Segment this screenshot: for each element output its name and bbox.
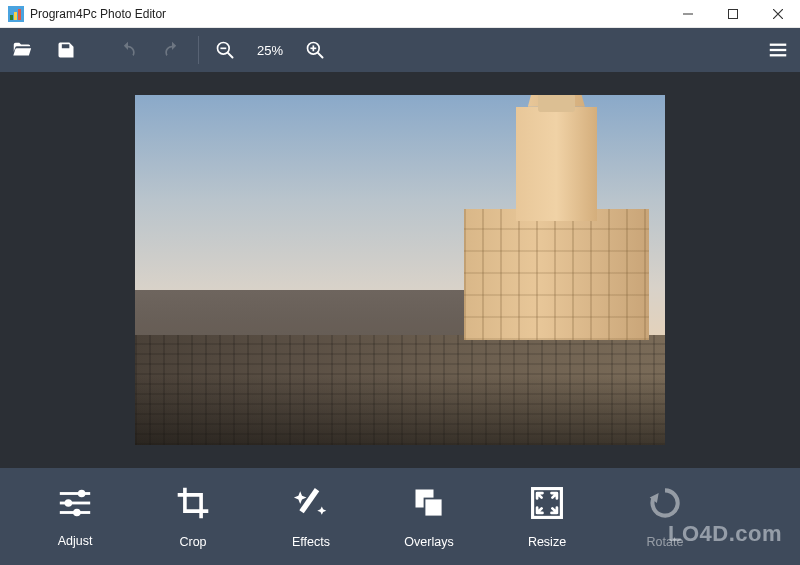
action-rotate[interactable]: Rotate [606,485,724,549]
titlebar: Program4Pc Photo Editor [0,0,800,28]
action-label: Rotate [647,535,684,549]
resize-icon [529,485,565,525]
action-label: Resize [528,535,566,549]
action-effects[interactable]: Effects [252,485,370,549]
save-button[interactable] [44,28,88,72]
action-resize[interactable]: Resize [488,485,606,549]
maximize-button[interactable] [710,0,755,28]
svg-rect-13 [770,44,787,46]
close-button[interactable] [755,0,800,28]
svg-rect-14 [770,49,787,51]
hamburger-menu-button[interactable] [756,28,800,72]
action-overlays[interactable]: Overlays [370,485,488,549]
rotate-icon [647,485,683,525]
photo-canvas[interactable] [135,95,665,445]
svg-point-21 [73,508,81,516]
action-label: Crop [179,535,206,549]
top-toolbar: 25% [0,28,800,72]
svg-rect-3 [18,9,21,20]
zoom-in-button[interactable] [293,28,337,72]
minimize-button[interactable] [665,0,710,28]
sliders-icon [56,486,94,524]
svg-rect-4 [683,13,693,14]
svg-point-20 [65,499,73,507]
toolbar-separator [198,36,199,64]
action-adjust[interactable]: Adjust [16,486,134,548]
svg-rect-2 [14,12,17,20]
svg-line-10 [318,53,323,58]
redo-button[interactable] [150,28,194,72]
action-bar: Adjust Crop Effects Overlays [0,468,800,565]
action-crop[interactable]: Crop [134,485,252,549]
undo-button[interactable] [106,28,150,72]
wand-icon [293,485,329,525]
svg-rect-1 [10,15,13,20]
app-icon [8,6,24,22]
svg-point-19 [78,489,86,497]
overlays-icon [411,485,447,525]
action-label: Overlays [404,535,453,549]
zoom-out-button[interactable] [203,28,247,72]
window-title: Program4Pc Photo Editor [30,7,166,21]
svg-rect-15 [770,54,787,56]
zoom-level-label: 25% [247,43,293,58]
svg-rect-26 [425,498,443,516]
crop-icon [175,485,211,525]
svg-line-7 [228,53,233,58]
svg-marker-24 [317,506,326,514]
svg-marker-23 [294,491,307,504]
action-label: Effects [292,535,330,549]
open-button[interactable] [0,28,44,72]
canvas-area[interactable] [0,72,800,468]
action-label: Adjust [58,534,93,548]
svg-rect-22 [299,488,319,513]
svg-rect-5 [728,9,737,18]
